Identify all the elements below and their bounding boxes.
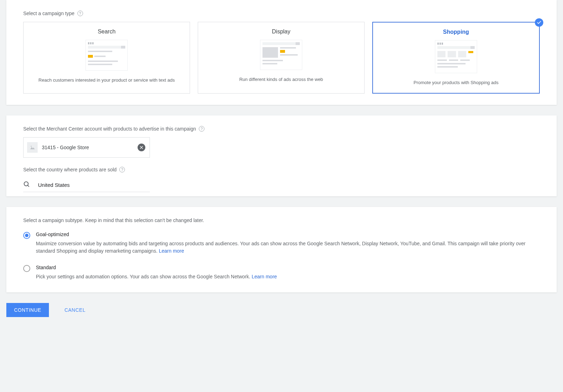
shopping-thumb-icon <box>435 40 477 73</box>
campaign-type-label: Select a campaign type ? <box>23 11 540 16</box>
search-icon <box>23 181 30 189</box>
subtype-standard[interactable]: Standard Pick your settings and automati… <box>23 265 540 280</box>
campaign-type-label-text: Select a campaign type <box>23 11 75 16</box>
cancel-button[interactable]: Cancel <box>57 303 93 317</box>
subtype-card: Select a campaign subtype. Keep in mind … <box>6 207 557 292</box>
footer-actions: Continue Cancel <box>0 303 563 317</box>
check-icon <box>535 18 543 27</box>
radio-icon[interactable] <box>23 265 30 272</box>
merchant-country-card: Select the Merchant Center account with … <box>6 115 557 196</box>
learn-more-link[interactable]: Learn more <box>252 274 277 279</box>
campaign-type-options: Search Reach customers interested in you… <box>23 22 540 94</box>
search-thumb-icon <box>86 40 128 71</box>
campaign-type-search[interactable]: Search Reach customers interested in you… <box>23 22 190 94</box>
merchant-label-text: Select the Merchant Center account with … <box>23 126 196 132</box>
campaign-type-card: Select a campaign type ? Search Reach cu… <box>6 0 557 105</box>
svg-line-5 <box>28 185 29 187</box>
type-desc: Promote your products with Shopping ads <box>379 80 533 86</box>
country-label-text: Select the country where products are so… <box>23 167 116 172</box>
campaign-type-shopping[interactable]: Shopping Promote you <box>372 22 540 94</box>
subtype-label-text: Select a campaign subtype. Keep in mind … <box>23 217 204 223</box>
subtype-goal-optimized[interactable]: Goal-optimized Maximize conversion value… <box>23 232 540 255</box>
svg-point-1 <box>31 146 32 147</box>
help-icon[interactable]: ? <box>77 11 83 16</box>
subtype-title: Standard <box>36 265 540 270</box>
help-icon[interactable]: ? <box>199 126 204 132</box>
type-title: Shopping <box>379 29 533 35</box>
country-input[interactable] <box>38 182 150 188</box>
radio-icon[interactable] <box>23 232 30 239</box>
clear-merchant-button[interactable] <box>138 144 145 151</box>
subtype-desc: Pick your settings and automation option… <box>36 273 540 280</box>
type-desc: Run different kinds of ads across the we… <box>204 76 359 83</box>
subtype-label: Select a campaign subtype. Keep in mind … <box>23 217 540 223</box>
merchant-name: 31415 - Google Store <box>42 145 133 150</box>
help-icon[interactable]: ? <box>119 167 125 172</box>
display-thumb-icon <box>260 40 302 70</box>
svg-point-4 <box>24 182 29 186</box>
type-desc: Reach customers interested in your produ… <box>29 77 184 83</box>
learn-more-link[interactable]: Learn more <box>159 248 184 254</box>
merchant-logo-icon <box>27 142 38 153</box>
country-label: Select the country where products are so… <box>23 167 540 172</box>
subtype-title: Goal-optimized <box>36 232 540 237</box>
subtype-desc-text: Pick your settings and automation option… <box>36 274 252 279</box>
country-field[interactable] <box>23 178 150 192</box>
merchant-select[interactable]: 31415 - Google Store <box>23 137 150 158</box>
svg-marker-0 <box>30 147 35 150</box>
type-title: Display <box>204 29 359 35</box>
subtype-desc: Maximize conversion value by automating … <box>36 240 540 255</box>
continue-button[interactable]: Continue <box>6 303 49 317</box>
campaign-type-display[interactable]: Display Run different kinds of ads acros… <box>198 22 365 94</box>
subtype-desc-text: Maximize conversion value by automating … <box>36 241 525 254</box>
merchant-label: Select the Merchant Center account with … <box>23 126 540 132</box>
type-title: Search <box>29 29 184 35</box>
